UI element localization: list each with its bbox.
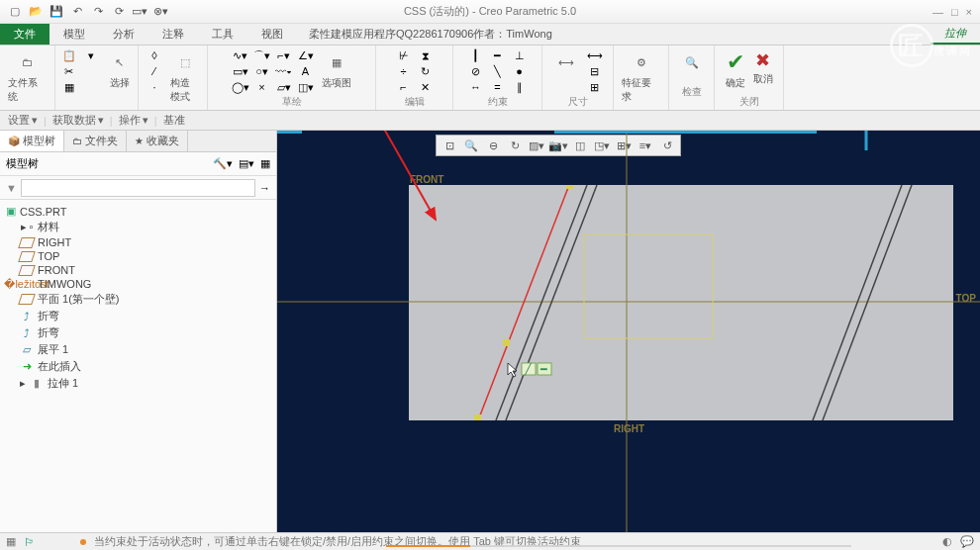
offset-icon[interactable]: ▱▾ [274,79,294,95]
perp-icon[interactable]: ⊥ [510,47,530,63]
copy-icon[interactable]: 📋 [59,47,79,63]
tab-file[interactable]: 文件 [0,24,49,45]
divide-icon[interactable]: ÷ [394,63,414,79]
datum-axis-icon[interactable]: ∕ [145,63,164,79]
ribbon: 🗀文件系统 📋▾ ✂ ▦ ↖选择 ◊∕· ⬚构造模式 ∿▾⌒▾⌐▾∠▾ [0,46,980,111]
rect-icon[interactable]: ▭▾ [231,63,250,79]
close-win-icon[interactable]: ⊗▾ [151,3,169,21]
base-dropdown[interactable]: 基准 [163,113,185,128]
trim-icon[interactable]: ⊬ [394,47,414,63]
tree-item[interactable]: ➜在此插入 [0,358,276,375]
equal-icon[interactable]: = [488,79,508,95]
tree-item[interactable]: TOP [0,249,276,263]
tree-root[interactable]: ▣ CSS.PRT [0,204,276,219]
dim2-icon[interactable]: ⊟ [585,63,605,79]
graphics-canvas[interactable]: ⊡ 🔍 ⊖ ↻ ▨▾ 📷▾ ◫ ◳▾ ⊞▾ ≡▾ ↺ [277,131,980,532]
regen-icon[interactable]: ⟳ [110,3,128,21]
select-button[interactable]: ↖选择 [105,47,135,92]
video-progress[interactable] [386,545,851,547]
horiz-icon[interactable]: ━ [488,47,508,63]
tab-tools[interactable]: 工具 [198,24,247,45]
corner-icon[interactable]: ⌐ [394,79,414,95]
redo-icon[interactable]: ↷ [89,3,107,21]
tree-item[interactable]: ▸ ▫材料 [0,219,276,235]
feature-req-button[interactable]: ⚙特征要求 [620,47,662,106]
cut-icon[interactable]: ✂ [59,63,79,79]
filesystem-button[interactable]: 🗀文件系统 [6,47,49,106]
tree-item[interactable]: ▱展平 1 [0,341,276,358]
tangent-icon[interactable]: ⊘ [466,63,486,79]
circle-icon[interactable]: ○▾ [252,63,272,79]
maximize-icon[interactable]: □ [951,6,958,18]
status-geom-icon[interactable]: ◐ [942,535,952,548]
sidetab-files[interactable]: 🗀 文件夹 [64,131,127,151]
sidetab-modeltree[interactable]: 📦 模型树 [0,131,64,151]
dim3-icon[interactable]: ⊞ [585,79,605,95]
save-icon[interactable]: 💾 [48,3,65,21]
mirror-icon[interactable]: ⧗ [416,47,436,63]
arc-icon[interactable]: ⌒▾ [252,47,272,63]
open-icon[interactable]: 📂 [27,3,45,21]
tree-tool-icon[interactable]: 🔨▾ [213,157,233,170]
paste-icon[interactable]: ▾ [81,47,101,63]
tab-view[interactable]: 视图 [247,24,297,45]
tab-model[interactable]: 模型 [49,24,99,45]
parallel-icon[interactable]: ∥ [510,79,530,95]
mid-icon[interactable]: ╲ [488,63,508,79]
dim1-icon[interactable]: ⟷ [585,47,605,63]
delete-seg-icon[interactable]: ✕ [416,79,436,95]
clip-icon[interactable]: ▦ [59,79,79,95]
datum-point-icon[interactable]: · [145,79,164,95]
rotate-icon[interactable]: ↻ [416,63,436,79]
tree-item[interactable]: ▸ ▮拉伸 1 [0,375,276,392]
status-icon1[interactable]: ▦ [6,535,16,548]
windows-icon[interactable]: ▭▾ [131,3,148,21]
status-icon2[interactable]: 🏳 [24,536,35,548]
options-button[interactable]: ▦选项图 [320,47,353,92]
undo-icon[interactable]: ↶ [68,3,86,21]
settings-dropdown[interactable]: 设置 ▾ [8,113,38,128]
tree-item[interactable]: ⤴折弯 [0,324,276,341]
fillet-icon[interactable]: ⌐▾ [274,47,294,63]
datum-plane-icon[interactable]: ◊ [145,47,164,63]
titlebar: ▢ 📂 💾 ↶ ↷ ⟳ ▭▾ ⊗▾ CSS (活动的) - Creo Param… [0,0,980,24]
chamfer-icon[interactable]: ∠▾ [296,47,316,63]
filter-go-icon[interactable]: → [259,182,270,194]
tab-annotate[interactable]: 注释 [148,24,198,45]
palette-icon[interactable]: ◫▾ [296,79,316,95]
filter-icon[interactable]: ▼ [6,182,17,194]
spline-icon[interactable]: 〰▾ [274,63,294,79]
inspect-group-label: 检查 [669,85,714,99]
sym-icon[interactable]: ↔ [466,79,486,95]
tree-item[interactable]: 平面 1(第一个壁) [0,291,276,308]
ok-button[interactable]: ✔确定 [724,47,747,92]
vert-icon[interactable]: ┃ [466,47,486,63]
close-icon[interactable]: × [966,6,972,18]
getdata-dropdown[interactable]: 获取数据 ▾ [52,113,104,128]
tree-item[interactable]: FRONT [0,263,276,277]
tree-item[interactable]: RIGHT [0,235,276,249]
cancel-button[interactable]: ✖取消 [751,47,775,88]
tree-item[interactable]: �ležitostTIMWONG [0,277,276,291]
point-icon[interactable]: × [252,79,272,95]
filter-input[interactable] [21,179,255,197]
datum-top-label: TOP [956,293,976,304]
inspect-button[interactable]: 🔍 [677,47,707,77]
tree-settings-icon[interactable]: ▤▾ [239,157,254,170]
minimize-icon[interactable]: — [932,6,943,18]
line-icon[interactable]: ∿▾ [231,47,250,63]
sidetab-fav[interactable]: ★ 收藏夹 [127,131,188,151]
tree-item[interactable]: ⤴折弯 [0,308,276,324]
tab-analysis[interactable]: 分析 [99,24,148,45]
sketch-plane: ╱ ━ [409,185,953,420]
coinc-icon[interactable]: ● [510,63,530,79]
tab-sketch[interactable]: 拉伸 [931,24,980,45]
new-icon[interactable]: ▢ [6,3,24,21]
tree-filter-icon[interactable]: ▦ [260,157,270,170]
status-msg-icon[interactable]: 💬 [960,535,974,548]
text-icon[interactable]: A [296,63,316,79]
construction-button[interactable]: ⬚构造模式 [168,47,201,106]
ellipse-icon[interactable]: ◯▾ [231,79,250,95]
ops-dropdown[interactable]: 操作 ▾ [119,113,148,128]
dimension-button[interactable]: ⟷ [551,47,581,77]
